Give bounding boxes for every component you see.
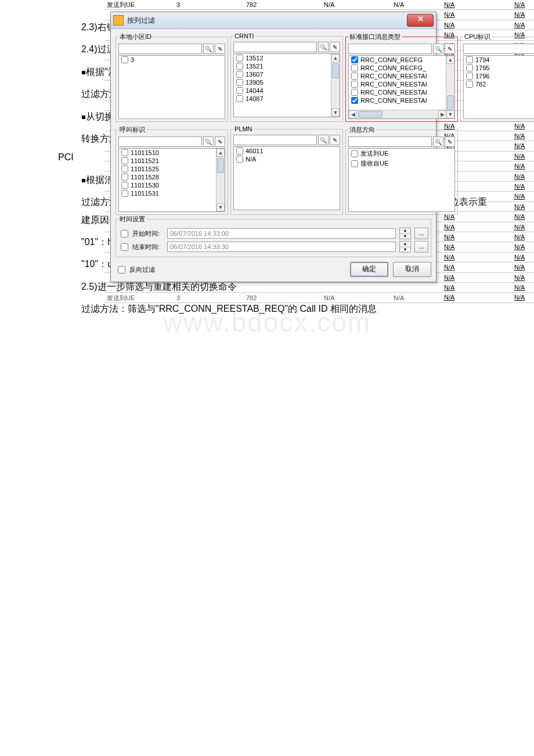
scroll-up-icon[interactable]: ▲ — [331, 54, 340, 62]
scrollbar-v[interactable]: ▲ ▼ — [446, 56, 454, 118]
callid-filter-input[interactable] — [118, 136, 202, 147]
checkbox[interactable] — [466, 81, 473, 88]
direction-filter-input[interactable] — [348, 136, 432, 147]
list-item[interactable]: 14044 — [234, 87, 340, 95]
list-item[interactable]: 11011521 — [119, 157, 225, 165]
checkbox[interactable] — [351, 97, 358, 104]
search-icon[interactable]: 🔍 — [318, 135, 329, 145]
msg-type-filter-input[interactable] — [348, 44, 432, 54]
checkbox[interactable] — [118, 266, 125, 273]
checkbox[interactable] — [236, 71, 243, 78]
list-item[interactable]: RRC_CONN_REESTAI — [349, 72, 454, 80]
checkbox[interactable] — [466, 64, 473, 71]
list-item[interactable]: RRC_CONN_REESTAI — [349, 96, 454, 105]
list-item[interactable]: N/A — [234, 155, 340, 163]
checkbox[interactable] — [121, 243, 128, 251]
list-item[interactable]: 13905 — [234, 78, 340, 87]
checkbox[interactable] — [466, 73, 473, 80]
end-time-checkbox[interactable]: 结束时间: — [118, 242, 164, 253]
crnti-filter-input[interactable] — [233, 42, 317, 52]
checkbox[interactable] — [351, 150, 358, 157]
close-button[interactable]: ✕ — [407, 14, 434, 27]
list-item[interactable]: RRC_CONN_REESTAI — [349, 80, 454, 88]
scroll-down-icon[interactable]: ▼ — [217, 203, 225, 211]
search-icon[interactable]: 🔍 — [433, 136, 443, 147]
callid-list[interactable]: 1101151011011521110115251101152811011530… — [118, 148, 225, 212]
scroll-down-icon[interactable]: ▼ — [446, 110, 454, 118]
list-item[interactable]: 1795 — [464, 64, 534, 72]
checkbox[interactable] — [121, 190, 128, 197]
list-item[interactable]: 782 — [464, 80, 534, 88]
search-icon[interactable]: 🔍 — [203, 136, 214, 147]
plmn-list[interactable]: 46011N/A — [233, 146, 340, 210]
checkbox[interactable] — [236, 147, 243, 154]
checkbox[interactable] — [121, 230, 128, 237]
start-time-input[interactable] — [167, 228, 396, 239]
scroll-thumb[interactable] — [447, 95, 454, 110]
list-item[interactable]: RRC_CONN_REESTAI — [349, 88, 454, 96]
crnti-list[interactable]: 135121352113607139051404414087 ▲ ▼ — [233, 53, 340, 117]
list-item[interactable]: 11011525 — [119, 165, 225, 173]
search-icon[interactable]: 🔍 — [433, 44, 443, 54]
checkbox[interactable] — [236, 95, 243, 102]
search-icon[interactable]: 🔍 — [203, 44, 214, 54]
start-time-checkbox[interactable]: 开始时间: — [118, 228, 164, 239]
checkbox[interactable] — [121, 174, 128, 181]
msg-type-list[interactable]: RRC_CONN_RECFGRRC_CONN_RECFG_RRC_CONN_RE… — [348, 55, 455, 119]
clear-icon[interactable]: ✎ — [330, 135, 340, 145]
list-item[interactable]: 3 — [119, 56, 225, 64]
browse-button[interactable]: ... — [414, 241, 428, 253]
scroll-thumb[interactable] — [217, 158, 224, 173]
scroll-up-icon[interactable]: ▲ — [446, 56, 454, 64]
scrollbar-v[interactable]: ▲ ▼ — [331, 54, 340, 117]
checkbox[interactable] — [121, 182, 128, 189]
reverse-filter-checkbox[interactable]: 反向过滤 — [116, 264, 155, 275]
clear-icon[interactable]: ✎ — [215, 136, 225, 147]
checkbox[interactable] — [121, 157, 128, 164]
browse-button[interactable]: ... — [414, 228, 428, 239]
checkbox[interactable] — [351, 73, 358, 80]
list-item[interactable]: 13521 — [234, 62, 340, 70]
checkbox[interactable] — [121, 56, 128, 63]
list-item[interactable]: 11011530 — [119, 181, 225, 189]
search-icon[interactable]: 🔍 — [318, 42, 329, 52]
checkbox[interactable] — [351, 81, 358, 88]
checkbox[interactable] — [466, 56, 473, 63]
list-item[interactable]: 11011531 — [119, 189, 225, 197]
end-time-input[interactable] — [167, 242, 396, 252]
checkbox[interactable] — [236, 63, 243, 70]
list-item[interactable]: 1796 — [464, 72, 534, 80]
list-item[interactable]: 13512 — [234, 54, 340, 62]
list-item[interactable]: 11011528 — [119, 173, 225, 181]
checkbox[interactable] — [236, 156, 243, 163]
list-item[interactable]: 1794 — [464, 56, 534, 64]
titlebar[interactable]: 按列过滤 ✕ — [111, 12, 436, 29]
cancel-button[interactable]: 取消 — [393, 262, 431, 277]
checkbox[interactable] — [351, 64, 358, 71]
clear-icon[interactable]: ✎ — [445, 136, 455, 147]
scroll-left-icon[interactable]: ◀ — [349, 110, 357, 118]
local-cell-list[interactable]: 3 — [118, 55, 225, 119]
clear-icon[interactable]: ✎ — [330, 42, 340, 52]
local-cell-filter-input[interactable] — [118, 44, 202, 54]
list-item[interactable]: 发送到UE — [349, 149, 454, 159]
checkbox[interactable] — [236, 87, 243, 94]
scroll-down-icon[interactable]: ▼ — [331, 109, 340, 117]
clear-icon[interactable]: ✎ — [215, 44, 225, 54]
scrollbar-h[interactable]: ◀ ▶ — [349, 110, 446, 118]
list-item[interactable]: 11011510 — [119, 149, 225, 157]
plmn-filter-input[interactable] — [233, 135, 317, 145]
spinner[interactable]: ▲▼ — [399, 228, 411, 239]
checkbox[interactable] — [121, 149, 128, 156]
direction-list[interactable]: 发送到UE接收自UE — [348, 148, 455, 212]
checkbox[interactable] — [351, 160, 358, 167]
spinner[interactable]: ▲▼ — [399, 241, 411, 253]
checkbox[interactable] — [121, 165, 128, 172]
scroll-thumb[interactable] — [332, 63, 339, 78]
checkbox[interactable] — [236, 55, 243, 62]
cpu-list[interactable]: 179417951796782 — [463, 55, 534, 119]
list-item[interactable]: 46011 — [234, 147, 340, 155]
list-item[interactable]: RRC_CONN_RECFG — [349, 56, 454, 64]
scroll-thumb[interactable] — [358, 111, 383, 118]
list-item[interactable]: 13607 — [234, 70, 340, 78]
